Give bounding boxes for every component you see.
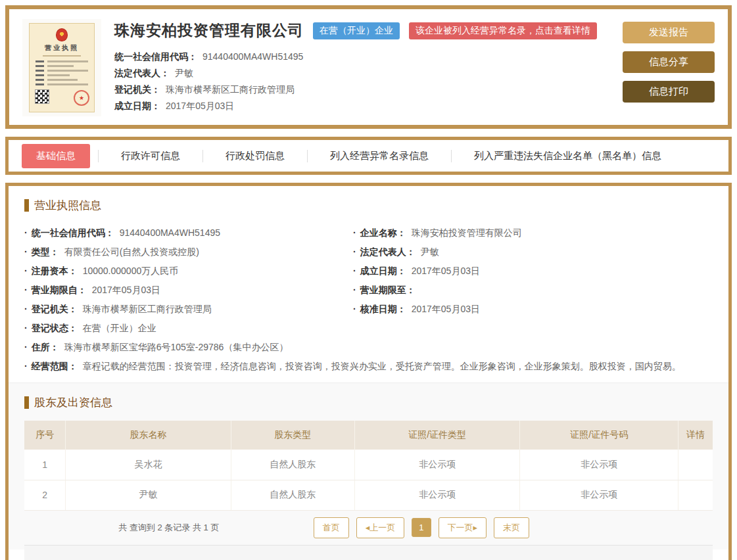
pagination-bar: 共 查询到 2 条记录 共 1 页 首页 ◂上一页 1 下一页▸ 末页 (24, 511, 713, 545)
col-header-shareholder-name: 股东名称 (66, 421, 231, 450)
pager-buttons: 首页 ◂上一页 1 下一页▸ 末页 (314, 517, 529, 538)
field-registration-status: 登记状态：在营（开业）企业 (24, 319, 713, 338)
license-subtitle-line (43, 55, 81, 57)
field-establish-date: 成立日期：2017年05月03日 (353, 262, 713, 281)
company-header-card: 营业执照 ★ 珠海安柏投资管理有限公司 在营（开业）企业 该企业被列入经营异常名… (5, 5, 732, 129)
tab-basic-info[interactable]: 基础信息 (22, 144, 90, 168)
col-header-shareholder-type: 股东类型 (231, 421, 354, 450)
license-title: 营业执照 (30, 43, 94, 53)
field-company-type: 类型：有限责任公司(自然人投资或控股) (24, 243, 353, 262)
share-info-button[interactable]: 信息分享 (623, 51, 715, 73)
first-page-button[interactable]: 首页 (314, 517, 349, 538)
col-header-detail: 详情 (678, 421, 713, 450)
field-term-from: 营业期限自：2017年05月03日 (24, 281, 353, 300)
table-row: 1 吴水花 自然人股东 非公示项 非公示项 (24, 450, 713, 480)
red-seal-icon: ★ (74, 90, 89, 106)
tab-administrative-license[interactable]: 行政许可信息 (107, 144, 195, 168)
send-report-button[interactable]: 发送报告 (623, 22, 715, 43)
header-field-credit-code: 统一社会信用代码：91440400MA4WH51495 (114, 49, 623, 65)
bottom-divider-strip (24, 545, 713, 560)
abnormal-operation-warning-badge[interactable]: 该企业被列入经营异常名录，点击查看详情 (409, 22, 597, 39)
header-field-registration-authority: 登记机关：珠海市横琴新区工商行政管理局 (114, 82, 623, 98)
field-registered-capital: 注册资本：10000.000000万人民币 (24, 262, 353, 281)
tab-administrative-penalty[interactable]: 行政处罚信息 (211, 144, 299, 168)
field-registration-authority: 登记机关：珠海市横琴新区工商行政管理局 (24, 300, 353, 319)
col-header-certificate-type: 证照/证件类型 (355, 421, 520, 450)
next-page-button[interactable]: 下一页▸ (439, 517, 487, 538)
shareholders-table: 序号 股东名称 股东类型 证照/证件类型 证照/证件号码 详情 1 吴水花 自然… (24, 421, 713, 511)
current-page-button[interactable]: 1 (412, 518, 431, 537)
company-summary: 珠海安柏投资管理有限公司 在营（开业）企业 该企业被列入经营异常名录，点击查看详… (101, 19, 623, 115)
header-field-establish-date: 成立日期：2017年05月03日 (114, 98, 623, 114)
tab-divider (98, 150, 99, 162)
shareholders-section: 股东及出资信息 序号 股东名称 股东类型 证照/证件类型 证照/证件号码 详情 (9, 383, 728, 549)
tab-divider (307, 150, 308, 162)
status-badge: 在营（开业）企业 (313, 22, 400, 39)
section-title-shareholders: 股东及出资信息 (24, 395, 713, 410)
field-address: 住所：珠海市横琴新区宝华路6号105室-29786（集中办公区） (24, 338, 713, 357)
header-action-buttons: 发送报告 信息分享 信息打印 (623, 19, 715, 115)
tab-divider (202, 150, 203, 162)
col-header-index: 序号 (24, 421, 66, 450)
field-business-scope: 经营范围：章程记载的经营范围：投资管理，经济信息咨询，投资咨询，投资兴办实业，受… (24, 357, 713, 376)
header-field-legal-representative: 法定代表人：尹敏 (114, 65, 623, 82)
last-page-button[interactable]: 末页 (494, 517, 529, 538)
tab-divider (451, 150, 452, 162)
tab-bar: 基础信息 行政许可信息 行政处罚信息 列入经营异常名录信息 列入严重违法失信企业… (5, 137, 732, 175)
section-title-bar-icon (24, 396, 29, 409)
license-qr-code (35, 89, 49, 104)
license-fields-right-column: 企业名称：珠海安柏投资管理有限公司 法定代表人：尹敏 成立日期：2017年05月… (353, 223, 713, 319)
main-content-card: 营业执照信息 统一社会信用代码：91440400MA4WH51495 类型：有限… (5, 183, 732, 560)
field-term-to: 营业期限至： (353, 281, 713, 300)
section-title-bar-icon (24, 199, 29, 212)
tab-serious-violation-blacklist[interactable]: 列入严重违法失信企业名单（黑名单）信息 (460, 144, 676, 168)
tab-abnormal-operation-list[interactable]: 列入经营异常名录信息 (316, 144, 443, 168)
field-approval-date: 核准日期：2017年05月03日 (353, 300, 713, 319)
field-company-name: 企业名称：珠海安柏投资管理有限公司 (353, 223, 713, 243)
prev-page-button[interactable]: ◂上一页 (356, 517, 405, 538)
license-certificate-graphic: 营业执照 ★ (29, 23, 95, 112)
table-row: 2 尹敏 自然人股东 非公示项 非公示项 (24, 480, 713, 510)
business-license-info-section: 营业执照信息 统一社会信用代码：91440400MA4WH51495 类型：有限… (9, 186, 728, 383)
print-info-button[interactable]: 信息打印 (623, 81, 715, 103)
company-name-title: 珠海安柏投资管理有限公司 (114, 20, 304, 41)
section-title-license-info: 营业执照信息 (24, 198, 713, 213)
field-legal-representative: 法定代表人：尹敏 (353, 243, 713, 262)
business-license-thumbnail: 营业执照 ★ (22, 19, 101, 116)
field-credit-code: 统一社会信用代码：91440400MA4WH51495 (24, 223, 353, 243)
company-profile-page: 营业执照 ★ 珠海安柏投资管理有限公司 在营（开业）企业 该企业被列入经营异常名… (0, 5, 737, 560)
national-emblem-icon (56, 28, 68, 41)
col-header-certificate-number: 证照/证件号码 (520, 421, 678, 450)
record-count-summary: 共 查询到 2 条记录 共 1 页 (24, 522, 314, 534)
table-header-row: 序号 股东名称 股东类型 证照/证件类型 证照/证件号码 详情 (24, 421, 713, 450)
license-fields-left-column: 统一社会信用代码：91440400MA4WH51495 类型：有限责任公司(自然… (24, 223, 353, 319)
